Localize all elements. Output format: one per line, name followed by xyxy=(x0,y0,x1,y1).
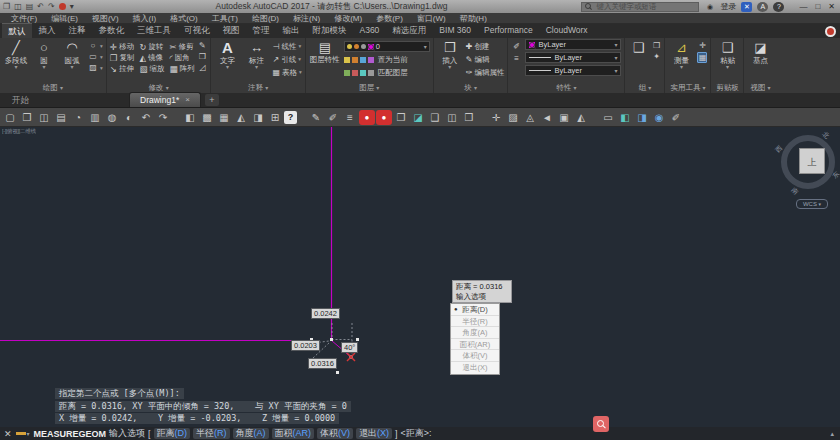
properties-list-icon[interactable]: ≡ xyxy=(511,54,521,63)
draw-tool-button[interactable]: ◠ 圆弧 ▾ xyxy=(59,39,85,70)
set-current-button[interactable]: 置为当前 xyxy=(344,55,430,65)
panel-label-annotate[interactable]: 注释 ▾ xyxy=(214,83,301,93)
measure-button[interactable]: ⊿ 测量 ▾ xyxy=(668,39,694,70)
menu-item[interactable]: 帮助(H) xyxy=(453,13,494,24)
block-tool-button[interactable]: ✚ 创建 xyxy=(466,41,505,52)
ribbon-tab[interactable]: 输出 xyxy=(276,23,306,38)
context-menu-item[interactable]: ● 退出(X) xyxy=(451,362,499,374)
match-layer-button[interactable]: 匹配图层 xyxy=(344,68,430,78)
maximize-button[interactable]: □ xyxy=(815,0,820,13)
group-edit-icon[interactable]: ✦ xyxy=(651,52,661,61)
menu-item[interactable]: 标注(N) xyxy=(286,13,327,24)
modify-tool-button[interactable]: ▧ 缩放 xyxy=(139,64,164,74)
context-menu-item[interactable]: ● 体积(V) xyxy=(451,350,499,362)
quick-select-icon[interactable]: ▦ xyxy=(697,52,707,63)
undo-icon[interactable]: ↶ xyxy=(37,0,44,13)
modify-tool-button[interactable]: ↘ 拉伸 xyxy=(110,64,135,74)
menu-item[interactable]: 工具(T) xyxy=(205,13,245,24)
drawing-canvas[interactable]: [-][俯视][二维线框] xyxy=(0,127,840,427)
wcs-dropdown[interactable]: WCS ▾ xyxy=(796,199,828,209)
toolbar-icon[interactable]: ❐ xyxy=(393,110,409,125)
toolbar-icon[interactable]: ◔ xyxy=(70,110,86,125)
new-tab-button[interactable]: + xyxy=(205,94,219,106)
insert-block-button[interactable]: ❒ 插入 ▾ xyxy=(437,39,463,70)
menu-item[interactable]: 视图(V) xyxy=(85,13,126,24)
modify-tool-button[interactable]: ↻ 旋转 xyxy=(139,42,164,52)
color-select[interactable]: ByLayer ▾ xyxy=(525,39,621,50)
record-icon[interactable] xyxy=(59,3,66,10)
toolbar-icon[interactable]: ▦ xyxy=(216,110,232,125)
annotate-tool-button[interactable]: ▦ 表格 ▾ xyxy=(272,67,301,78)
base-point-button[interactable]: ◪ 基点 xyxy=(747,39,773,65)
command-option[interactable]: 面积(AR) xyxy=(272,428,315,439)
dimension-button[interactable]: ↔ 标注 ▾ xyxy=(243,39,269,70)
modify-tool-button[interactable]: ◜ 圆角 xyxy=(169,53,194,63)
menu-item[interactable]: 编辑(E) xyxy=(44,13,85,24)
print-icon[interactable]: ▤ xyxy=(26,0,34,13)
linetype-select[interactable]: ByLayer ▾ xyxy=(525,65,621,76)
modify-tool-button[interactable]: ✛ 移动 xyxy=(110,42,135,52)
rectangle-icon[interactable]: ▭ xyxy=(88,52,98,61)
toolbar-icon[interactable]: ❒ xyxy=(461,110,477,125)
ribbon-tab[interactable]: 参数化 xyxy=(92,23,131,38)
modify-tool-button[interactable]: ✂ 修剪 xyxy=(169,42,194,52)
layer-properties-button[interactable]: ▤ 图层特性 xyxy=(309,39,341,64)
toolbar-icon[interactable]: ▢ xyxy=(2,110,18,125)
ribbon-tab[interactable]: CloudWorx xyxy=(539,23,594,38)
panel-label-utilities[interactable]: 实用工具 ▾ xyxy=(668,83,707,93)
toolbar-icon[interactable]: ? xyxy=(284,111,297,124)
toolbar-icon[interactable]: ✎ xyxy=(308,110,324,125)
ribbon-tab[interactable]: 插入 xyxy=(32,23,62,38)
workspace-dropdown-caret-icon[interactable]: ▾ xyxy=(70,0,74,13)
ribbon-tab[interactable]: 默认 xyxy=(2,23,32,38)
panel-label-draw[interactable]: 绘图 ▾ xyxy=(3,83,103,93)
toolbar-icon[interactable]: ◧ xyxy=(617,110,633,125)
toolbar-icon[interactable]: ❐ xyxy=(19,110,35,125)
ribbon-tab[interactable]: 附加模块 xyxy=(306,23,353,38)
toolbar-icon[interactable]: ◫ xyxy=(444,110,460,125)
context-menu-item[interactable]: ● 半径(R) xyxy=(451,316,499,328)
panel-label-properties[interactable]: 特性 ▾ xyxy=(511,83,621,93)
command-option[interactable]: 退出(X) xyxy=(356,428,392,439)
ribbon-tab[interactable]: BIM 360 xyxy=(433,23,478,38)
toolbar-icon[interactable]: ↶ xyxy=(138,110,154,125)
toolbar-icon[interactable]: ◍ xyxy=(104,110,120,125)
ribbon-tab[interactable]: Performance xyxy=(478,23,540,38)
ribbon-tab[interactable]: 可视化 xyxy=(178,23,217,38)
toolbar-icon[interactable]: ◧ xyxy=(182,110,198,125)
text-button[interactable]: A 文字 ▾ xyxy=(214,39,240,70)
toolbar-icon[interactable]: ◫ xyxy=(36,110,52,125)
toolbar-icon[interactable]: ▨ xyxy=(505,110,521,125)
cloudworx-record-icon[interactable] xyxy=(825,26,836,37)
toolbar-icon[interactable]: ✐ xyxy=(325,110,341,125)
explode-icon[interactable]: ❒ xyxy=(197,52,207,61)
group-button[interactable]: ❑ xyxy=(628,39,648,56)
ungroup-icon[interactable]: ❒ xyxy=(651,41,661,50)
layer-select[interactable]: 0 ▾ xyxy=(344,41,430,52)
command-line-bar[interactable]: ✕ ▾ MEASUREGEOM 输入选项 [ 距离(D)半径(R)角度(A)面积… xyxy=(0,427,840,440)
modify-tool-button[interactable]: ◭ 镜像 xyxy=(139,53,164,63)
toolbar-icon[interactable]: ◭ xyxy=(233,110,249,125)
context-menu-item[interactable]: ● 面积(AR) xyxy=(451,339,499,351)
erase-icon[interactable]: ✎ xyxy=(197,41,207,50)
toolbar-icon[interactable]: ◨ xyxy=(634,110,650,125)
block-tool-button[interactable]: ✑ 编辑属性 xyxy=(466,67,505,78)
toolbar-icon[interactable]: ◪ xyxy=(410,110,426,125)
toolbar-icon[interactable] xyxy=(590,110,599,125)
ribbon-tab[interactable]: 视图 xyxy=(216,23,246,38)
panel-label-block[interactable]: 块 ▾ xyxy=(437,83,505,93)
search-record-badge[interactable] xyxy=(593,416,609,432)
tab-drawing1[interactable]: Drawing1* × xyxy=(129,92,201,107)
toolbar-icon[interactable]: ◬ xyxy=(522,110,538,125)
draw-tool-button[interactable]: ○ 圆 ▾ xyxy=(31,39,57,70)
annotate-tool-button[interactable]: ⊣ 线性 ▾ xyxy=(272,41,301,52)
toolbar-icon[interactable]: ◄ xyxy=(539,110,555,125)
toolbar-icon[interactable]: ↷ xyxy=(155,110,171,125)
toolbar-icon[interactable]: ◭ xyxy=(573,110,589,125)
panel-label-groups[interactable]: 组 ▾ xyxy=(628,83,661,93)
modify-tool-button[interactable]: ▦ 阵列 xyxy=(169,64,194,74)
block-tool-button[interactable]: ✎ 编辑 xyxy=(466,54,505,65)
menu-item[interactable]: 绘图(D) xyxy=(245,13,286,24)
command-customize-button[interactable]: ▾ xyxy=(16,430,30,437)
ribbon-tab[interactable]: 三维工具 xyxy=(131,23,178,38)
